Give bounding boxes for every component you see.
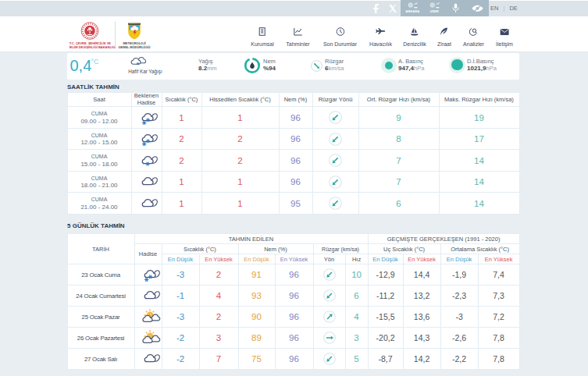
svg-text:METEOROLOJİ: METEOROLOJİ — [130, 23, 140, 24]
